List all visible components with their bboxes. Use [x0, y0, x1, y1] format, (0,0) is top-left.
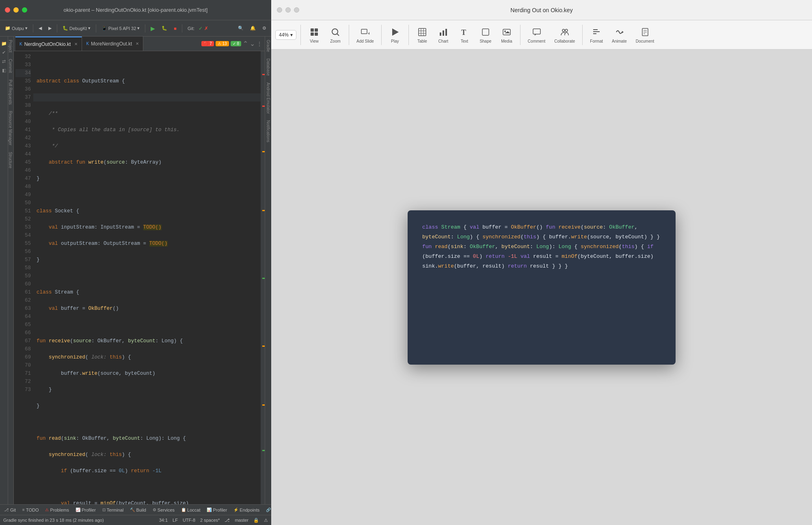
code-line-55: fun read(sink: OkBuffer, byteCount: Long… [33, 434, 261, 443]
chevron-icon: ▾ [25, 26, 28, 31]
tab-label-nerding: NerdingOutOnOkio.kt [24, 41, 71, 47]
notifications-button[interactable]: 🔔 [248, 23, 258, 34]
device-dropdown[interactable]: 📱 Pixel 5 API 32 ▾ [99, 23, 143, 34]
tab-nerding-out[interactable]: K NerdingOutOnOkio.kt ✕ [15, 37, 82, 51]
status-position[interactable]: 34:1 [159, 518, 168, 523]
debug-button[interactable]: 🐛 [159, 23, 170, 34]
run-config-dropdown[interactable]: 🐛 DebugKt ▾ [60, 23, 93, 34]
kn-tool-table[interactable]: Table [413, 24, 432, 45]
code-line-48 [33, 321, 261, 329]
kn-tool-format[interactable]: Format [587, 24, 606, 45]
intellij-toolbar: 📁 Outpu ▾ ◀ ▶ 🐛 DebugKt ▾ 📱 Pixel 5 API … [0, 20, 271, 37]
bottom-problems-btn[interactable]: ⚠ Problems [43, 506, 71, 514]
tab-close-nerding[interactable]: ✕ [74, 42, 78, 46]
kn-tool-zoom[interactable]: Zoom [326, 24, 345, 45]
kn-tool-chart[interactable]: Chart [434, 24, 453, 45]
terminal-icon: ⊡ [102, 508, 106, 512]
editor-scrollbar[interactable] [261, 51, 265, 504]
sidebar-commit-icon[interactable]: ✔ [0, 49, 8, 56]
sidebar-project-icon[interactable]: 📁 [0, 40, 8, 47]
sidebar-label-pullrequests[interactable]: Pull Requests [8, 76, 13, 108]
kn-tool-media[interactable]: Media [497, 24, 516, 45]
bottom-loccat-btn[interactable]: 📋 Loccat [179, 506, 203, 514]
project-dropdown[interactable]: 📁 Outpu ▾ [2, 23, 30, 34]
right-side-panels: Gradle Database Android Emulator Notific… [265, 37, 271, 504]
tab-more-nerding[interactable]: K MoreNerdingOut.kt ✕ [82, 37, 143, 51]
sidebar-label-structure[interactable]: Structure [8, 149, 13, 172]
code-text[interactable]: abstract class OutputStream { /** * Copi… [33, 51, 261, 504]
code-editor[interactable]: 32 33 34 35 36 37 38 39 40 41 42 43 44 4… [14, 51, 265, 504]
sidebar-resource-icon[interactable]: ◧ [0, 67, 8, 74]
search-everywhere-button[interactable]: 🔍 [235, 23, 246, 34]
keynote-traffic-lights [277, 7, 299, 13]
kn-tool-collaborate[interactable]: Collaborate [551, 24, 578, 45]
status-vcs[interactable]: master [235, 518, 248, 523]
tab-close-more[interactable]: ✕ [136, 41, 139, 46]
keynote-slide-area[interactable]: class Stream { val buffer = OkBuffer() f… [271, 50, 812, 525]
keynote-close-btn[interactable] [277, 7, 282, 13]
sidebar-label-project[interactable]: Project [8, 37, 13, 56]
bottom-git-btn[interactable]: ⎇ Git [2, 506, 18, 514]
error-marker-1 [262, 74, 265, 75]
code-line-47: val buffer = OkBuffer() [33, 305, 261, 313]
kn-tool-document[interactable]: Document [633, 24, 658, 45]
code-slide: class Stream { val buffer = OkBuffer() f… [408, 210, 676, 365]
line-numbers: 32 33 34 35 36 37 38 39 40 41 42 43 44 4… [14, 51, 33, 504]
svg-rect-14 [440, 32, 441, 36]
kn-tool-text[interactable]: T Text [455, 24, 474, 45]
status-charset[interactable]: UTF-8 [183, 518, 195, 523]
keynote-min-btn[interactable] [285, 7, 291, 13]
status-indent[interactable]: 2 spaces* [200, 518, 220, 523]
kn-tool-comment[interactable]: Comment [525, 24, 549, 45]
kn-tool-play[interactable]: Play [386, 24, 404, 45]
bottom-terminal-btn[interactable]: ⊡ Terminal [100, 506, 126, 514]
bottom-services-btn[interactable]: ⚙ Services [150, 506, 177, 514]
svg-point-24 [562, 29, 565, 32]
panel-gradle[interactable]: Gradle [265, 37, 271, 55]
kn-tool-add-slide[interactable]: + Add Slide [353, 24, 377, 45]
settings-button[interactable]: ⚙ [260, 23, 269, 34]
forward-button[interactable]: ▶ [46, 23, 54, 34]
zoom-control[interactable]: 44% ▾ [275, 30, 296, 40]
bottom-profiler-btn[interactable]: 📈 Profiler [73, 506, 98, 514]
code-line-40 [33, 191, 261, 199]
stop-button[interactable]: ■ [171, 23, 179, 34]
kn-tool-view[interactable]: View [305, 24, 324, 45]
sidebar-label-commit[interactable]: Commit [8, 56, 13, 76]
keynote-max-btn[interactable] [294, 7, 299, 13]
left-sidebar: 📁 ✔ ⇄ ◧ [0, 37, 8, 504]
maximize-button[interactable] [22, 7, 27, 13]
svg-marker-29 [622, 31, 624, 33]
play-label: Play [391, 39, 399, 43]
bottom-depend-btn[interactable]: 🔗 Depend [263, 506, 271, 514]
bottom-profiler2-btn[interactable]: 📊 Profiler [204, 506, 229, 514]
zoom-tool-label: Zoom [330, 39, 341, 43]
panel-android-emulator[interactable]: Android Emulator [265, 79, 271, 117]
bottom-todo-btn[interactable]: ≡ TODO [20, 506, 41, 514]
sidebar-label-resource[interactable]: Resource Manager [8, 108, 13, 149]
kn-tool-animate[interactable]: Animate [609, 24, 630, 45]
text-icon: T [458, 26, 471, 38]
chevron-up-icon[interactable]: ⌃ [243, 40, 248, 48]
close-button[interactable] [5, 7, 10, 13]
bottom-endpoints-btn[interactable]: ⚡ Endpoints [231, 506, 262, 514]
code-line-35: /** [33, 110, 261, 118]
panel-notifications[interactable]: Notifications [265, 117, 271, 145]
chevron-down-icon-tabs[interactable]: ⌄ [250, 40, 255, 48]
back-button[interactable]: ◀ [36, 23, 44, 34]
more-options-icon[interactable]: ⋮ [257, 41, 262, 47]
panel-database[interactable]: Database [265, 55, 271, 79]
git-status-err: ✗ [204, 26, 208, 31]
ok-marker-2 [262, 450, 265, 451]
status-encoding[interactable]: LF [173, 518, 178, 523]
minimize-button[interactable] [13, 7, 19, 13]
run-button[interactable]: ▶ [148, 23, 158, 34]
code-line-52: } [33, 386, 261, 394]
svg-rect-6 [361, 29, 367, 34]
code-line-49: fun receive(source: OkBuffer, byteCount:… [33, 337, 261, 345]
bottom-build-btn[interactable]: 🔨 Build [127, 506, 148, 514]
svg-rect-18 [482, 29, 489, 35]
code-line-44: } [33, 256, 261, 264]
sidebar-pullreq-icon[interactable]: ⇄ [0, 58, 8, 65]
kn-tool-shape[interactable]: Shape [476, 24, 495, 45]
